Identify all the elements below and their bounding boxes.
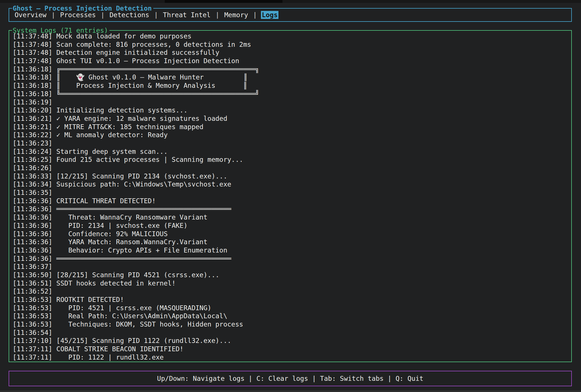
log-timestamp: [11:36:21] — [13, 115, 52, 122]
log-message: PID: 2134 | svchost.exe (FAKE) — [56, 222, 187, 229]
log-timestamp: [11:37:48] — [13, 41, 52, 48]
log-timestamp: [11:36:19] — [13, 98, 52, 106]
log-entry: [11:37:48] Ghost TUI v0.1.0 — Process In… — [13, 57, 569, 65]
log-entry: [11:37:48] Scan complete: 816 processes,… — [13, 40, 569, 49]
log-message: SSDT hooks detected in kernel! — [56, 280, 175, 287]
log-entry: [11:36:36] CRITICAL THREAT DETECTED! — [13, 197, 569, 205]
log-timestamp: [11:36:23] — [13, 139, 52, 147]
app-title: Ghost — Process Injection Detection — [12, 4, 153, 12]
log-scroll-area[interactable]: [11:37:48] Mock data loaded for demo pur… — [9, 31, 571, 362]
log-entry: [11:36:21] ✓ MITRE ATT&CK: 185 technique… — [13, 123, 569, 131]
log-entry: [11:36:21] ✓ YARA engine: 12 malware sig… — [13, 115, 569, 123]
window-top-strip-dark-segment — [165, 0, 282, 3]
tab-separator: | — [249, 11, 261, 19]
log-message: PID: 1122 | rundll32.exe — [56, 354, 164, 361]
log-entry: [11:36:25] Found 215 active processes | … — [13, 156, 569, 164]
log-message: ════════════════════════════════════════… — [56, 205, 231, 213]
log-timestamp: [11:36:18] — [13, 73, 52, 81]
log-timestamp: [11:37:11] — [13, 345, 52, 353]
log-entry: [11:37:48] Detection engine initialized … — [13, 48, 569, 57]
log-message: ROOTKIT DETECTED! — [56, 296, 124, 303]
log-timestamp: [11:37:48] — [13, 49, 52, 56]
log-entry: [11:36:53] Real Path: C:\Users\Admin\App… — [13, 312, 569, 320]
log-entry: [11:37:10] [45/215] Scanning PID 1122 (r… — [13, 337, 569, 345]
log-entry: [11:36:18] ║ Process Injection & Memory … — [13, 81, 569, 90]
log-message: ════════════════════════════════════════… — [56, 255, 231, 262]
log-timestamp: [11:37:11] — [13, 354, 52, 361]
log-entry: [11:36:36] ═════════════════════════════… — [13, 205, 569, 213]
log-entry: [11:37:11] COBALT STRIKE BEACON IDENTIFI… — [13, 345, 569, 353]
log-entry: [11:37:11] PID: 1122 | rundll32.exe — [13, 353, 569, 362]
log-timestamp: [11:36:36] — [13, 247, 52, 254]
log-message: Techniques: DKOM, SSDT hooks, Hidden pro… — [56, 321, 243, 328]
log-entry: [11:36:26] — [13, 164, 569, 172]
log-message: Confidence: 92% MALICIOUS — [56, 230, 168, 238]
log-entry: [11:36:19] — [13, 98, 569, 106]
log-timestamp: [11:36:35] — [13, 189, 52, 196]
tab-logs[interactable]: Logs — [261, 11, 278, 19]
log-entry: [11:36:18] ╚════════════════════════════… — [13, 90, 569, 98]
log-timestamp: [11:36:53] — [13, 312, 52, 320]
log-entry: [11:37:48] Mock data loaded for demo pur… — [13, 32, 569, 40]
log-timestamp: [11:36:36] — [13, 205, 52, 213]
log-message: ╔═══════════════════════════════════════… — [56, 65, 259, 73]
system-logs-panel: System Logs (71 entries) [11:37:48] Mock… — [9, 30, 572, 362]
log-timestamp: [11:37:48] — [13, 57, 52, 65]
log-entry: [11:36:23] — [13, 139, 569, 148]
log-entry: [11:36:36] PID: 2134 | svchost.exe (FAKE… — [13, 222, 569, 230]
log-entry: [11:36:20] Initializing detection system… — [13, 106, 569, 115]
log-message: Starting deep system scan... — [56, 148, 168, 155]
log-timestamp: [11:36:37] — [13, 263, 52, 270]
log-message: Behavior: Crypto APIs + File Enumeration — [56, 247, 227, 254]
log-message: ✓ YARA engine: 12 malware signatures loa… — [56, 115, 227, 122]
log-timestamp: [11:36:36] — [13, 197, 52, 205]
log-timestamp: [11:37:10] — [13, 337, 52, 344]
log-message: Mock data loaded for demo purposes — [56, 32, 191, 40]
log-entry: [11:36:53] ROOTKIT DETECTED! — [13, 296, 569, 304]
log-timestamp: [11:36:26] — [13, 164, 52, 172]
log-timestamp: [11:36:22] — [13, 131, 52, 139]
log-entry: [11:36:50] [28/215] Scanning PID 4521 (c… — [13, 271, 569, 279]
log-message: ✓ MITRE ATT&CK: 185 techniques mapped — [56, 123, 203, 131]
log-message: Ghost TUI v0.1.0 — Process Injection Det… — [56, 57, 239, 65]
log-message: [12/215] Scanning PID 2134 (svchost.exe)… — [56, 172, 227, 180]
log-timestamp: [11:36:52] — [13, 288, 52, 295]
tab-item: | Logs — [249, 11, 278, 19]
log-message: ✓ ML anomaly detector: Ready — [56, 131, 168, 139]
log-entry: [11:36:51] SSDT hooks detected in kernel… — [13, 279, 569, 288]
log-entry: [11:36:52] — [13, 287, 569, 296]
log-message: YARA Match: Ransom.WannaCry.Variant — [56, 238, 207, 246]
log-timestamp: [11:36:36] — [13, 238, 52, 246]
log-message: COBALT STRIKE BEACON IDENTIFIED! — [56, 345, 183, 353]
log-timestamp: [11:36:36] — [13, 255, 52, 262]
log-message: ╚═══════════════════════════════════════… — [56, 90, 259, 98]
window-bottom-strip — [0, 390, 581, 392]
log-timestamp: [11:36:18] — [13, 90, 52, 98]
log-entry: [11:36:36] Behavior: Crypto APIs + File … — [13, 246, 569, 255]
log-entry: [11:36:53] Techniques: DKOM, SSDT hooks,… — [13, 320, 569, 329]
log-timestamp: [11:36:53] — [13, 304, 52, 312]
log-entry: [11:36:37] — [13, 263, 569, 271]
log-entry: [11:36:53] PID: 4521 | csrss.exe (MASQUE… — [13, 304, 569, 312]
log-message: [45/215] Scanning PID 1122 (rundll32.exe… — [56, 337, 231, 344]
tab-separator: | — [212, 11, 224, 19]
tab-threat-intel[interactable]: Threat Intel — [162, 11, 212, 19]
log-entry: [11:36:36] YARA Match: Ransom.WannaCry.V… — [13, 238, 569, 246]
log-timestamp: [11:36:36] — [13, 222, 52, 229]
log-timestamp: [11:36:53] — [13, 321, 52, 328]
log-entry: [11:36:36] ═════════════════════════════… — [13, 255, 569, 263]
log-timestamp: [11:36:20] — [13, 106, 52, 114]
log-timestamp: [11:36:36] — [13, 230, 52, 238]
log-message: CRITICAL THREAT DETECTED! — [56, 197, 156, 205]
log-entry: [11:36:22] ✓ ML anomaly detector: Ready — [13, 131, 569, 139]
log-timestamp: [11:36:34] — [13, 181, 52, 188]
log-timestamp: [11:36:33] — [13, 172, 52, 180]
log-timestamp: [11:36:54] — [13, 329, 52, 336]
tab-memory[interactable]: Memory — [223, 11, 249, 19]
log-entry: [11:36:34] Suspicious path: C:\Windows\T… — [13, 180, 569, 189]
log-message: Detection engine initialized successfull… — [56, 49, 219, 56]
log-message: ║ 👻 Ghost v0.1.0 — Malware Hunter ║ — [56, 73, 247, 81]
log-timestamp: [11:36:50] — [13, 271, 52, 279]
log-message: PID: 4521 | csrss.exe (MASQUERADING) — [56, 304, 211, 312]
log-timestamp: [11:36:25] — [13, 156, 52, 163]
